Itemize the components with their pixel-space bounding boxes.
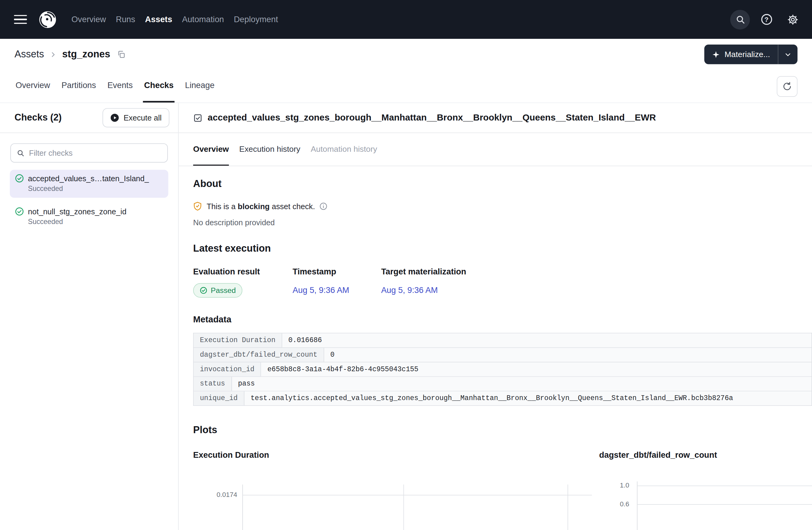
y-axis-tick: 1.0 [599, 482, 629, 489]
gridline [243, 495, 592, 496]
gridline [637, 486, 812, 486]
tab-events[interactable]: Events [106, 70, 134, 102]
check-detail-body: About This is a blocking asset check. No… [178, 166, 812, 530]
checks-sidebar-header: Checks (2) Execute all [0, 103, 178, 133]
check-tab-automation-history: Automation history [311, 133, 377, 165]
check-detail-panel: accepted_values_stg_zones_borough__Manha… [178, 103, 812, 530]
tab-lineage[interactable]: Lineage [184, 70, 216, 102]
metadata-value: e658b8c8-3a1a-4b4f-82b6-4c955043c155 [261, 363, 811, 377]
materialize-split-button: Materialize... [704, 45, 797, 64]
tab-overview[interactable]: Overview [15, 70, 51, 102]
table-row: unique_id test.analytics.accepted_values… [194, 391, 811, 406]
shield-check-icon [193, 201, 202, 211]
execute-all-button[interactable]: Execute all [102, 108, 170, 127]
check-detail-tabs: Overview Execution history Automation hi… [178, 133, 812, 166]
settings-gear-icon[interactable] [783, 10, 802, 29]
col-target-materialization: Target materialization [381, 267, 812, 277]
chart-title: dagster_dbt/failed_row_count [599, 451, 812, 460]
dagster-logo-icon[interactable] [38, 10, 57, 29]
nav-item-overview[interactable]: Overview [71, 12, 106, 27]
page-title: stg_zones [62, 48, 110, 60]
table-row: Execution Duration 0.016686 [194, 333, 811, 348]
search-icon[interactable] [730, 10, 750, 29]
materialize-caret-button[interactable] [778, 45, 797, 64]
metadata-key: dagster_dbt/failed_row_count [194, 348, 324, 362]
plots-heading: Plots [193, 424, 812, 436]
target-materialization-link[interactable]: Aug 5, 9:36 AM [381, 286, 438, 295]
metadata-heading: Metadata [193, 315, 812, 325]
check-list-item-not-null[interactable]: not_null_stg_zones_zone_id Succeeded [10, 203, 168, 231]
nav-item-runs[interactable]: Runs [116, 12, 135, 27]
plots-grid: Execution Duration 0.0174 dagster_dbt/fa… [193, 451, 812, 530]
check-item-name: accepted_values_s…taten_Island_ [28, 174, 149, 183]
materialize-label: Materialize... [725, 50, 770, 59]
hamburger-menu-icon[interactable] [14, 15, 27, 24]
asset-check-icon [193, 113, 203, 123]
execution-duration-chart: Execution Duration 0.0174 [193, 451, 592, 530]
gridline [568, 484, 568, 530]
chart-plot-area: 0.0174 [193, 484, 592, 530]
passed-status-badge: Passed [193, 283, 243, 298]
primary-nav: Overview Runs Assets Automation Deployme… [71, 12, 278, 27]
check-detail-header: accepted_values_stg_zones_borough__Manha… [178, 103, 812, 133]
chart-plot-area: 1.0 0.6 [599, 482, 812, 530]
filter-checks-field [10, 143, 168, 162]
tab-partitions[interactable]: Partitions [60, 70, 97, 102]
table-row: dagster_dbt/failed_row_count 0 [194, 348, 811, 363]
tab-checks[interactable]: Checks [143, 70, 175, 102]
breadcrumb-assets-link[interactable]: Assets [15, 48, 44, 60]
breadcrumb: Assets stg_zones [15, 48, 126, 60]
metadata-key: status [194, 377, 232, 391]
nav-item-assets[interactable]: Assets [145, 12, 173, 27]
checks-sidebar: Checks (2) Execute all [0, 103, 178, 530]
top-nav-actions: ? [730, 10, 803, 29]
blocking-note: This is a blocking asset check. [193, 201, 812, 211]
breadcrumb-separator-icon [50, 51, 57, 58]
dagster-app: Overview Runs Assets Automation Deployme… [0, 0, 812, 530]
top-nav: Overview Runs Assets Automation Deployme… [0, 0, 812, 39]
about-heading: About [193, 178, 812, 190]
y-axis-tick: 0.6 [599, 501, 629, 508]
chart-title: Execution Duration [193, 451, 592, 460]
check-name-title: accepted_values_stg_zones_borough__Manha… [208, 112, 656, 123]
metadata-value: test.analytics.accepted_values_stg_zones… [244, 391, 811, 405]
help-icon[interactable]: ? [757, 10, 777, 29]
check-item-name: not_null_stg_zones_zone_id [28, 207, 126, 216]
filter-checks-input[interactable] [29, 148, 162, 157]
metadata-table: Execution Duration 0.016686 dagster_dbt/… [193, 333, 812, 406]
latest-execution-heading: Latest execution [193, 243, 812, 254]
gridline [637, 504, 812, 505]
magnifier-icon [17, 149, 25, 157]
check-item-status: Succeeded [28, 185, 163, 193]
table-row: invocation_id e658b8c8-3a1a-4b4f-82b6-4c… [194, 363, 811, 377]
check-tab-execution-history[interactable]: Execution history [239, 133, 300, 165]
checks-count-title: Checks (2) [15, 112, 62, 123]
failed-row-count-chart: dagster_dbt/failed_row_count 1.0 0.6 [599, 451, 812, 530]
latest-execution-grid: Evaluation result Timestamp Target mater… [193, 267, 812, 298]
blocking-text: This is a blocking asset check. [206, 202, 315, 211]
nav-item-automation[interactable]: Automation [182, 12, 224, 27]
copy-icon[interactable] [117, 50, 125, 58]
metadata-key: Execution Duration [194, 333, 282, 347]
metadata-value: 0.016686 [282, 333, 811, 347]
table-row: status pass [194, 377, 811, 391]
refresh-button[interactable] [777, 76, 797, 97]
content-area: Checks (2) Execute all [0, 103, 812, 530]
metadata-value: pass [232, 377, 811, 391]
execute-all-label: Execute all [124, 113, 162, 122]
breadcrumb-row: Assets stg_zones Materialize... [0, 39, 812, 70]
check-list: accepted_values_s…taten_Island_ Succeede… [0, 162, 178, 231]
timestamp-link[interactable]: Aug 5, 9:36 AM [293, 286, 349, 295]
check-tab-overview[interactable]: Overview [193, 133, 229, 165]
gridline [404, 484, 404, 530]
check-succeeded-icon [15, 174, 24, 183]
materialize-button[interactable]: Materialize... [704, 45, 778, 64]
play-circle-icon [110, 113, 119, 122]
check-circle-icon [200, 287, 207, 294]
info-icon[interactable] [320, 203, 328, 210]
filter-wrap [0, 133, 178, 162]
y-axis-tick: 0.0174 [193, 491, 237, 498]
check-list-item-accepted-values[interactable]: accepted_values_s…taten_Island_ Succeede… [10, 170, 168, 197]
metadata-key: unique_id [194, 391, 244, 405]
nav-item-deployment[interactable]: Deployment [234, 12, 278, 27]
